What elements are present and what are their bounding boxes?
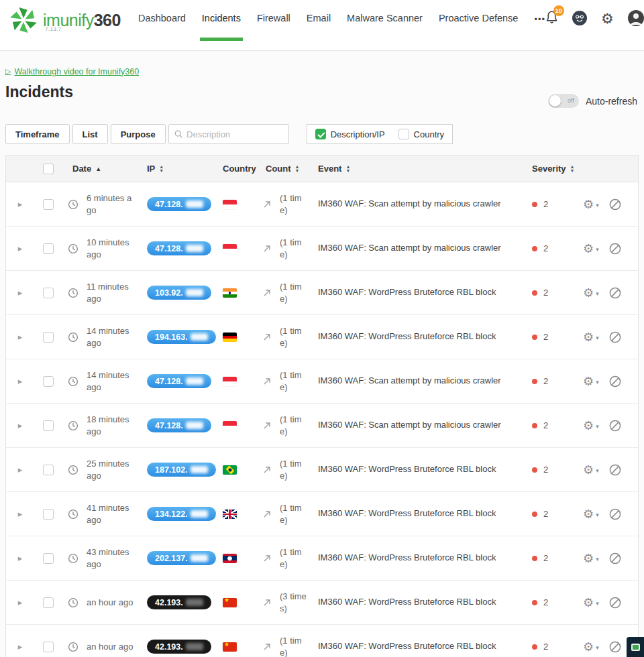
row-checkbox[interactable] <box>43 332 54 343</box>
ip-pill[interactable]: 47.128. <box>147 197 211 211</box>
column-header-ip[interactable]: IP ▲▼ <box>147 164 221 174</box>
nav-malware-scanner[interactable]: Malware Scanner <box>347 13 423 24</box>
severity-value: 2 <box>543 420 548 430</box>
row-checkbox[interactable] <box>43 465 54 475</box>
nav-firewall[interactable]: Firewall <box>257 13 290 24</box>
block-ip-button[interactable] <box>608 419 622 432</box>
expand-row-caret-icon[interactable]: ▸ <box>18 288 23 298</box>
nav-more-button[interactable]: ••• <box>534 13 545 24</box>
purpose-button[interactable]: Purpose <box>111 124 166 144</box>
row-actions-gear-button[interactable]: ⚙ ▾ <box>583 552 599 564</box>
ip-pill[interactable]: 47.128. <box>147 418 211 432</box>
ip-pill[interactable]: 134.122. <box>147 507 216 521</box>
country-checkbox[interactable] <box>398 129 409 139</box>
ip-pill[interactable]: 202.137. <box>147 551 216 565</box>
expand-row-caret-icon[interactable]: ▸ <box>18 332 23 342</box>
row-checkbox[interactable] <box>43 243 54 254</box>
column-header-severity[interactable]: Severity ▲▼ <box>528 164 583 174</box>
expand-row-caret-icon[interactable]: ▸ <box>18 553 23 563</box>
column-header-count[interactable]: Count ▲▼ <box>262 164 316 174</box>
ip-pill[interactable]: 47.128. <box>147 374 211 388</box>
notifications-badge: 10 <box>553 5 565 16</box>
row-checkbox[interactable] <box>43 597 54 608</box>
block-ip-button[interactable] <box>608 198 622 211</box>
ip-pill[interactable]: 42.193. <box>147 640 211 654</box>
row-actions-gear-button[interactable]: ⚙ ▾ <box>583 287 599 299</box>
chat-widget-button[interactable] <box>627 637 644 657</box>
nav-dashboard[interactable]: Dashboard <box>138 13 186 24</box>
incident-count: (1 time) <box>280 325 316 349</box>
external-arrow-icon <box>262 510 272 519</box>
incident-count: (1 time) <box>280 237 316 260</box>
timeframe-button[interactable]: Timeframe <box>5 124 70 144</box>
block-ip-button[interactable] <box>608 286 622 300</box>
expand-row-caret-icon[interactable]: ▸ <box>18 597 23 607</box>
expand-row-caret-icon[interactable]: ▸ <box>18 376 23 386</box>
user-avatar[interactable] <box>627 9 644 27</box>
row-actions-gear-button[interactable]: ⚙ ▾ <box>583 597 599 609</box>
expand-row-caret-icon[interactable]: ▸ <box>18 243 23 253</box>
row-actions-gear-button[interactable]: ⚙ ▾ <box>583 331 599 343</box>
walkthrough-video-link[interactable]: ▷ Walkthrough video for Imunify360 <box>5 67 139 76</box>
row-actions-gear-button[interactable]: ⚙ ▾ <box>583 641 599 653</box>
imunify360-logo[interactable]: imunify360 7.13.7 <box>9 0 121 35</box>
search-input[interactable] <box>186 129 283 139</box>
main-nav: Dashboard Incidents Firewall Email Malwa… <box>138 0 545 24</box>
nav-email[interactable]: Email <box>307 13 331 24</box>
row-checkbox[interactable] <box>43 553 54 564</box>
row-actions-gear-button[interactable]: ⚙ ▾ <box>583 375 599 387</box>
auto-refresh-toggle[interactable]: off <box>548 94 579 108</box>
scope-description-ip[interactable]: Description/IP <box>315 129 385 139</box>
block-ip-button[interactable] <box>608 640 622 654</box>
block-ip-button[interactable] <box>608 463 622 477</box>
block-ip-button[interactable] <box>608 331 622 344</box>
row-actions-gear-button[interactable]: ⚙ ▾ <box>583 420 599 432</box>
block-ip-button[interactable] <box>608 375 622 388</box>
ip-pill[interactable]: 187.102. <box>147 463 216 477</box>
ip-pill[interactable]: 42.193. <box>147 595 211 609</box>
incidents-table: Date ▲ IP ▲▼ Country Count ▲▼ Event ▲▼ S… <box>5 155 639 657</box>
description-ip-checkbox[interactable] <box>315 129 326 139</box>
select-all-checkbox[interactable] <box>43 164 54 174</box>
row-checkbox[interactable] <box>43 509 54 520</box>
nav-incidents[interactable]: Incidents <box>202 13 241 24</box>
block-ip-button[interactable] <box>608 596 622 609</box>
block-ip-button[interactable] <box>608 507 622 521</box>
expand-row-caret-icon[interactable]: ▸ <box>18 420 23 430</box>
column-header-event[interactable]: Event ▲▼ <box>316 164 528 174</box>
table-row: ▸ 43 minutes ago 202.137. <box>6 536 638 581</box>
severity-value: 2 <box>543 509 548 519</box>
assistant-icon[interactable] <box>572 10 588 26</box>
ip-pill[interactable]: 47.128. <box>147 241 211 255</box>
block-ip-button[interactable] <box>608 242 622 255</box>
expand-row-caret-icon[interactable]: ▸ <box>18 642 23 652</box>
row-checkbox[interactable] <box>43 420 54 431</box>
row-checkbox[interactable] <box>43 642 54 652</box>
row-actions-gear-button[interactable]: ⚙ ▾ <box>583 198 599 211</box>
ip-pill[interactable]: 103.92. <box>147 286 211 300</box>
row-actions-gear-button[interactable]: ⚙ ▾ <box>583 243 599 255</box>
ip-pill[interactable]: 194.163. <box>147 330 216 344</box>
block-ip-button[interactable] <box>608 552 622 565</box>
notifications-bell-icon[interactable]: 10 <box>545 10 558 27</box>
scope-country[interactable]: Country <box>398 129 445 139</box>
caret-down-icon: ▾ <box>596 554 599 564</box>
table-row: ▸ an hour ago 42.193. <box>6 581 638 625</box>
expand-row-caret-icon[interactable]: ▸ <box>18 199 23 209</box>
expand-row-caret-icon[interactable]: ▸ <box>18 465 23 475</box>
expand-row-caret-icon[interactable]: ▸ <box>18 509 23 519</box>
clock-icon <box>68 243 78 254</box>
settings-gear-icon[interactable]: ⚙ <box>601 11 614 25</box>
row-checkbox[interactable] <box>43 288 54 298</box>
row-actions-gear-button[interactable]: ⚙ ▾ <box>583 464 599 476</box>
row-actions-gear-button[interactable]: ⚙ ▾ <box>583 508 599 520</box>
nav-proactive-defense[interactable]: Proactive Defense <box>439 13 518 24</box>
incident-date: 11 minutes ago <box>84 281 147 304</box>
row-checkbox[interactable] <box>43 376 54 387</box>
severity-value: 2 <box>543 465 548 475</box>
list-button[interactable]: List <box>72 124 108 144</box>
table-row: ▸ an hour ago 42.193. <box>6 625 638 657</box>
column-header-date[interactable]: Date ▲ <box>62 164 147 174</box>
imunify-star-icon <box>9 5 38 35</box>
row-checkbox[interactable] <box>43 199 54 210</box>
